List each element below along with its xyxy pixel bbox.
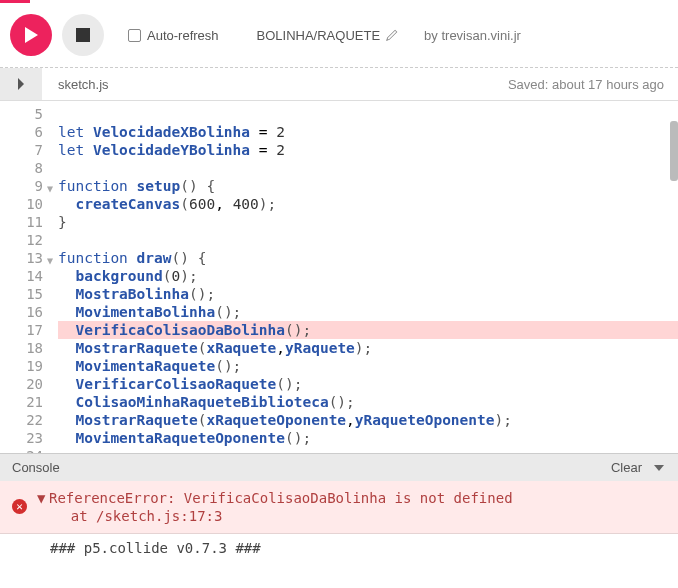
code-line[interactable]: MovimentaRaqueteOponente(); xyxy=(58,429,678,447)
auto-refresh-label: Auto-refresh xyxy=(147,28,219,43)
line-number: 5 xyxy=(0,105,43,123)
code-line[interactable]: MostraBolinha(); xyxy=(58,285,678,303)
code-area[interactable]: let VelocidadeXBolinha = 2let Velocidade… xyxy=(58,101,678,453)
line-gutter: 56789▼10111213▼1415161718192021222324 xyxy=(0,101,48,453)
code-line[interactable]: function draw() { xyxy=(58,249,678,267)
code-editor[interactable]: 56789▼10111213▼1415161718192021222324 le… xyxy=(0,101,678,453)
console-body: ✕ ▼ReferenceError: VerificaColisaoDaBoli… xyxy=(0,481,678,562)
stop-icon xyxy=(76,28,90,42)
code-line[interactable]: let VelocidadeYBolinha = 2 xyxy=(58,141,678,159)
code-line[interactable]: MostrarRaquete(xRaqueteOponente,yRaquete… xyxy=(58,411,678,429)
code-line[interactable] xyxy=(58,105,678,123)
console-log-row: ### p5.collide v0.7.3 ### xyxy=(0,534,678,562)
console-error-row[interactable]: ✕ ▼ReferenceError: VerificaColisaoDaBoli… xyxy=(0,481,678,534)
line-number: 14 xyxy=(0,267,43,285)
tab-bar: sketch.js Saved: about 17 hours ago xyxy=(0,68,678,101)
code-line[interactable]: MovimentaBolinha(); xyxy=(58,303,678,321)
checkbox-icon xyxy=(128,29,141,42)
code-line[interactable]: createCanvas(600, 400); xyxy=(58,195,678,213)
code-line[interactable]: MostrarRaquete(xRaquete,yRaquete); xyxy=(58,339,678,357)
line-number: 9▼ xyxy=(0,177,43,195)
console-error-text: ▼ReferenceError: VerificaColisaoDaBolinh… xyxy=(37,489,513,525)
chevron-right-icon xyxy=(16,78,26,90)
auto-refresh-toggle[interactable]: Auto-refresh xyxy=(128,28,219,43)
console-actions: Clear xyxy=(611,460,666,475)
sketch-name[interactable]: BOLINHA/RAQUETE xyxy=(257,28,399,43)
line-number: 13▼ xyxy=(0,249,43,267)
console-clear-button[interactable]: Clear xyxy=(611,460,642,475)
code-line[interactable]: function setup() { xyxy=(58,177,678,195)
code-line[interactable] xyxy=(58,159,678,177)
line-number: 18 xyxy=(0,339,43,357)
code-line[interactable]: let VelocidadeXBolinha = 2 xyxy=(58,123,678,141)
error-icon: ✕ xyxy=(12,499,27,514)
line-number: 6 xyxy=(0,123,43,141)
pencil-icon xyxy=(386,29,398,41)
line-number: 7 xyxy=(0,141,43,159)
line-number: 15 xyxy=(0,285,43,303)
fold-marker-icon[interactable]: ▼ xyxy=(47,180,53,198)
disclosure-triangle-icon: ▼ xyxy=(37,489,49,507)
code-line[interactable]: MovimentaRaquete(); xyxy=(58,357,678,375)
saved-status: Saved: about 17 hours ago xyxy=(494,69,678,100)
sidebar-expand-button[interactable] xyxy=(0,68,42,100)
code-line[interactable] xyxy=(58,447,678,453)
line-number: 8 xyxy=(0,159,43,177)
console-header: Console Clear xyxy=(0,453,678,481)
scrollbar-thumb[interactable] xyxy=(670,121,678,181)
code-line[interactable]: VerificarColisaoRaquete(); xyxy=(58,375,678,393)
stop-button[interactable] xyxy=(62,14,104,56)
line-number: 17 xyxy=(0,321,43,339)
play-icon xyxy=(23,26,39,44)
code-line[interactable]: VerificaColisaoDaBolinha(); xyxy=(58,321,678,339)
code-line[interactable]: } xyxy=(58,213,678,231)
code-line[interactable]: background(0); xyxy=(58,267,678,285)
console-title: Console xyxy=(12,460,60,475)
fold-marker-icon[interactable]: ▼ xyxy=(47,252,53,270)
line-number: 22 xyxy=(0,411,43,429)
code-line[interactable]: ColisaoMinhaRaqueteBiblioteca(); xyxy=(58,393,678,411)
line-number: 19 xyxy=(0,357,43,375)
line-number: 21 xyxy=(0,393,43,411)
toolbar: Auto-refresh BOLINHA/RAQUETE by trevisan… xyxy=(0,3,678,68)
author-label: by trevisan.vini.jr xyxy=(424,28,521,43)
tab-current-file[interactable]: sketch.js xyxy=(42,69,125,100)
chevron-down-icon[interactable] xyxy=(652,461,666,475)
play-button[interactable] xyxy=(10,14,52,56)
line-number: 12 xyxy=(0,231,43,249)
sketch-name-text: BOLINHA/RAQUETE xyxy=(257,28,381,43)
line-number: 20 xyxy=(0,375,43,393)
code-line[interactable] xyxy=(58,231,678,249)
line-number: 10 xyxy=(0,195,43,213)
line-number: 11 xyxy=(0,213,43,231)
line-number: 16 xyxy=(0,303,43,321)
line-number: 23 xyxy=(0,429,43,447)
line-number: 24 xyxy=(0,447,43,453)
